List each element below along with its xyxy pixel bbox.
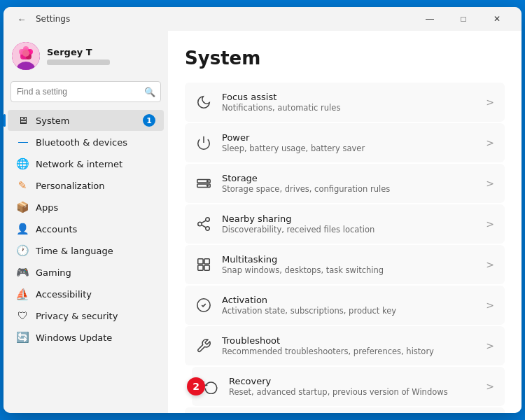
setting-item-storage[interactable]: Storage Storage space, drives, configura… (185, 164, 505, 203)
setting-item-multitasking[interactable]: Multitasking Snap windows, desktops, tas… (185, 245, 505, 284)
window-controls: — □ ✕ (414, 8, 513, 30)
back-button[interactable]: ← (12, 9, 31, 29)
focus-assist-icon (195, 94, 212, 111)
storage-icon (195, 175, 212, 192)
user-name: Sergey T (47, 47, 110, 57)
sidebar-label-windows-update: Windows Update (36, 332, 155, 343)
troubleshoot-icon (195, 337, 212, 354)
nearby-sharing-icon (195, 216, 212, 232)
sidebar-label-gaming: Gaming (36, 267, 155, 278)
svg-point-13 (207, 185, 209, 186)
svg-line-17 (202, 225, 206, 227)
page-title: System (185, 48, 505, 69)
sidebar-item-windows-update[interactable]: 🔄 Windows Update (8, 327, 164, 348)
svg-point-12 (207, 181, 209, 182)
multitasking-icon (195, 256, 212, 273)
bluetooth-icon: ⸻ (16, 136, 29, 148)
focus-assist-text: Focus assist Notifications, automatic ru… (222, 92, 476, 113)
setting-item-activation[interactable]: Activation Activation state, subscriptio… (185, 286, 505, 325)
sidebar-label-time: Time & language (36, 246, 155, 256)
sidebar-item-network[interactable]: 🌐 Network & internet (8, 153, 164, 174)
power-desc: Sleep, battery usage, battery saver (222, 144, 476, 153)
maximize-button[interactable]: □ (447, 8, 479, 30)
multitasking-desc: Snap windows, desktops, task switching (222, 265, 476, 275)
apps-icon: 📦 (16, 201, 29, 214)
sidebar-item-bluetooth[interactable]: ⸻ Bluetooth & devices (8, 132, 164, 153)
recovery-desc: Reset, advanced startup, previous versio… (229, 387, 476, 397)
nearby-sharing-desc: Discoverability, received files location (222, 225, 476, 234)
user-info: Sergey T (47, 47, 110, 65)
svg-rect-20 (204, 259, 209, 264)
setting-item-power[interactable]: Power Sleep, battery usage, battery save… (185, 123, 505, 162)
svg-rect-22 (204, 265, 209, 270)
svg-point-15 (198, 222, 202, 226)
setting-item-focus-assist[interactable]: Focus assist Notifications, automatic ru… (185, 83, 505, 122)
sidebar-item-accounts[interactable]: 👤 Accounts (8, 218, 164, 239)
troubleshoot-arrow: > (486, 340, 494, 351)
search-input[interactable] (10, 81, 161, 102)
recovery-badge: 2 (187, 377, 205, 396)
setting-item-recovery[interactable]: 2 Recovery Reset, advanced startup, prev… (192, 367, 505, 406)
storage-desc: Storage space, drives, configuration rul… (222, 184, 476, 194)
sidebar-label-personalization: Personalization (36, 181, 155, 191)
sidebar-label-network: Network & internet (36, 159, 155, 169)
focus-assist-desc: Notifications, automatic rules (222, 103, 476, 113)
search-box: 🔍 (10, 81, 161, 102)
user-email (47, 59, 110, 65)
windows-update-icon: 🔄 (16, 331, 29, 344)
focus-assist-title: Focus assist (222, 92, 476, 102)
sidebar-label-privacy: Privacy & security (36, 311, 155, 321)
troubleshoot-title: Troubleshoot (222, 335, 476, 346)
storage-arrow: > (486, 178, 494, 189)
time-icon: 🕐 (16, 244, 29, 257)
nearby-sharing-text: Nearby sharing Discoverability, received… (222, 214, 476, 234)
sidebar-item-system[interactable]: 🖥 System 1 (8, 110, 164, 131)
nearby-sharing-arrow: > (486, 218, 494, 230)
sidebar-label-apps: Apps (36, 202, 155, 213)
sidebar: Sergey T 🔍 🖥 System 1 ⸻ Bluetooth & devi (4, 31, 168, 413)
sidebar-item-time[interactable]: 🕐 Time & language (8, 240, 164, 261)
system-badge: 1 (143, 114, 155, 127)
sidebar-label-accessibility: Accessibility (36, 289, 155, 300)
activation-arrow: > (486, 300, 494, 311)
sidebar-item-accessibility[interactable]: ⛵ Accessibility (8, 284, 164, 304)
activation-desc: Activation state, subscriptions, product… (222, 306, 476, 316)
multitasking-arrow: > (486, 259, 494, 270)
multitasking-text: Multitasking Snap windows, desktops, tas… (222, 254, 476, 275)
setting-item-troubleshoot[interactable]: Troubleshoot Recommended troubleshooters… (185, 326, 505, 365)
gaming-icon: 🎮 (16, 266, 29, 279)
system-icon: 🖥 (16, 114, 29, 127)
svg-rect-21 (198, 265, 203, 270)
main-content: System Focus assist Notifications, autom… (168, 31, 522, 413)
multitasking-title: Multitasking (222, 254, 476, 265)
settings-window: ← Settings — □ ✕ (4, 7, 522, 413)
recovery-title: Recovery (229, 376, 476, 386)
troubleshoot-desc: Recommended troubleshooters, preferences… (222, 346, 476, 356)
svg-rect-19 (198, 259, 203, 264)
minimize-button[interactable]: — (414, 8, 446, 30)
sidebar-label-system: System (36, 115, 136, 126)
storage-title: Storage (222, 173, 476, 183)
activation-title: Activation (222, 295, 476, 305)
sidebar-item-personalization[interactable]: ✎ Personalization (8, 175, 164, 196)
sidebar-label-bluetooth: Bluetooth & devices (36, 137, 155, 148)
nearby-sharing-title: Nearby sharing (222, 214, 476, 224)
sidebar-item-apps[interactable]: 📦 Apps (8, 197, 164, 218)
sidebar-item-gaming[interactable]: 🎮 Gaming (8, 262, 164, 283)
activation-text: Activation Activation state, subscriptio… (222, 295, 476, 316)
user-section: Sergey T (4, 36, 168, 78)
privacy-icon: 🛡 (16, 309, 29, 322)
setting-item-projecting[interactable]: Projecting to this PC Permissions, pairi… (185, 407, 505, 413)
settings-list: Focus assist Notifications, automatic ru… (185, 83, 505, 413)
setting-item-nearby-sharing[interactable]: Nearby sharing Discoverability, received… (185, 204, 505, 244)
navigation: 🖥 System 1 ⸻ Bluetooth & devices 🌐 Netwo… (4, 109, 168, 349)
power-arrow: > (486, 137, 494, 148)
titlebar: ← Settings — □ ✕ (4, 7, 522, 31)
activation-icon (195, 297, 212, 314)
svg-line-18 (202, 220, 206, 223)
close-button[interactable]: ✕ (481, 8, 513, 30)
sidebar-item-privacy[interactable]: 🛡 Privacy & security (8, 305, 164, 326)
avatar (12, 42, 40, 70)
power-icon (195, 134, 212, 151)
network-icon: 🌐 (16, 158, 29, 170)
